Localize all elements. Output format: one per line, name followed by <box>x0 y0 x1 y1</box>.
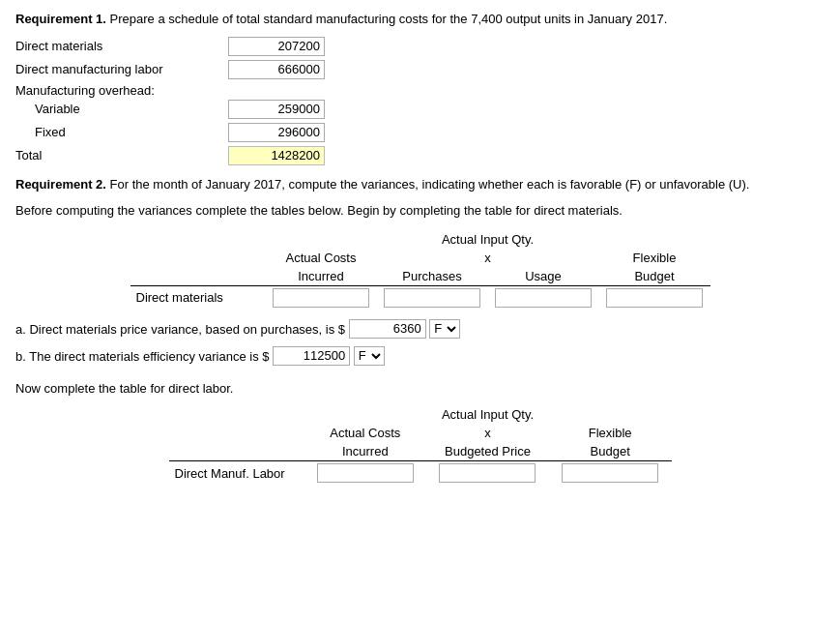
schedule-row-fixed: Fixed <box>15 123 825 142</box>
labor-table-x-row: Actual Costs x Flexible <box>169 424 672 442</box>
schedule-row-dm: Direct materials <box>15 37 825 56</box>
dm-input-4[interactable] <box>606 288 703 308</box>
schedule-table: Direct materials Direct manufacturing la… <box>15 37 825 165</box>
dm-th-title1: Actual Input Qty. <box>377 230 599 249</box>
req1-description: Prepare a schedule of total standard man… <box>110 12 668 26</box>
labor-cell-2 <box>426 461 549 486</box>
dm-th-sub1: Incurred <box>266 267 377 286</box>
dm-input-2[interactable] <box>384 288 480 308</box>
oh-label: Manufacturing overhead: <box>15 83 228 98</box>
req1-title: Requirement 1. <box>15 12 106 26</box>
dm-th-col3: Flexible <box>599 249 710 267</box>
dm-input-3[interactable] <box>495 288 592 308</box>
dm-th-empty5 <box>130 267 266 286</box>
schedule-row-oh-header: Manufacturing overhead: <box>15 83 825 98</box>
dm-variance-table: Actual Input Qty. Actual Costs x Flexibl… <box>130 230 710 310</box>
labor-table-top-row: Actual Input Qty. <box>169 405 672 424</box>
req2-description: For the month of January 2017, compute t… <box>110 177 750 192</box>
labor-th-sub3: Budget <box>549 442 672 461</box>
dm-row-label: Direct materials <box>130 285 266 310</box>
variance-b-text: b. The direct materials efficiency varia… <box>15 348 270 363</box>
dm-th-empty3 <box>599 230 710 249</box>
schedule-row-variable: Variable <box>15 100 825 119</box>
labor-th-empty1 <box>169 405 304 424</box>
total-input[interactable] <box>228 146 325 165</box>
dm-variance-section: Actual Input Qty. Actual Costs x Flexibl… <box>15 230 825 310</box>
req2-title: Requirement 2. <box>15 177 106 192</box>
dm-th-sub2: Purchases <box>377 267 488 286</box>
dml-input[interactable] <box>228 60 325 79</box>
labor-th-sub1: Incurred <box>304 442 427 461</box>
labor-th-empty5 <box>169 442 304 461</box>
labor-text: Now complete the table for direct labor. <box>15 379 825 399</box>
labor-th-empty4 <box>169 424 304 442</box>
labor-data-row: Direct Manuf. Labor <box>169 461 672 486</box>
labor-th-col2: Flexible <box>549 424 672 442</box>
dm-th-sub3: Usage <box>488 267 599 286</box>
labor-th-title2: x <box>426 424 549 442</box>
labor-input-1[interactable] <box>317 463 414 483</box>
dm-table-x-row: Actual Costs x Flexible <box>130 249 710 267</box>
dm-cell-2 <box>377 285 488 310</box>
variance-a-text: a. Direct materials price variance, base… <box>15 321 345 336</box>
dm-cell-3 <box>488 285 599 310</box>
labor-table-sub-row: Incurred Budgeted Price Budget <box>169 442 672 461</box>
labor-cell-3 <box>549 461 672 486</box>
variance-a-row: a. Direct materials price variance, base… <box>15 319 825 339</box>
dm-label: Direct materials <box>15 39 228 53</box>
variance-b-row: b. The direct materials efficiency varia… <box>15 346 825 366</box>
fixed-input[interactable] <box>228 123 325 142</box>
dm-cell-1 <box>266 285 377 310</box>
dm-table-top-row: Actual Input Qty. <box>130 230 710 249</box>
dml-label: Direct manufacturing labor <box>15 62 228 76</box>
dm-table-sub-row: Incurred Purchases Usage Budget <box>130 267 710 286</box>
labor-section: Now complete the table for direct labor.… <box>15 379 825 486</box>
labor-th-col1: Actual Costs <box>304 424 427 442</box>
variance-b-input[interactable] <box>273 346 350 366</box>
variance-a-select[interactable]: F U <box>429 319 460 339</box>
dm-data-row: Direct materials <box>130 285 710 310</box>
labor-input-2[interactable] <box>439 463 536 483</box>
labor-cell-1 <box>304 461 427 486</box>
dm-input[interactable] <box>228 37 325 56</box>
dm-th-empty1 <box>130 230 266 249</box>
total-label: Total <box>15 148 228 163</box>
dm-input-1[interactable] <box>273 288 369 308</box>
dm-th-empty2 <box>266 230 377 249</box>
labor-th-empty3 <box>549 405 672 424</box>
dm-th-col1: Actual Costs <box>266 249 377 267</box>
labor-th-empty2 <box>304 405 427 424</box>
dm-th-title2: x <box>377 249 599 267</box>
req2-before-text: Before computing the variances complete … <box>15 201 825 221</box>
schedule-row-dml: Direct manufacturing labor <box>15 60 825 79</box>
variable-input[interactable] <box>228 100 325 119</box>
dm-th-sub4: Budget <box>599 267 710 286</box>
variance-a-input[interactable] <box>349 319 426 339</box>
schedule-row-total: Total <box>15 146 825 165</box>
fixed-label: Fixed <box>15 125 228 139</box>
dm-th-empty4 <box>130 249 266 267</box>
dm-cell-4 <box>599 285 710 310</box>
labor-variance-table: Actual Input Qty. Actual Costs x Flexibl… <box>169 405 672 485</box>
labor-th-title1: Actual Input Qty. <box>426 405 549 424</box>
labor-row-label: Direct Manuf. Labor <box>169 461 304 486</box>
labor-input-3[interactable] <box>562 463 658 483</box>
variance-b-select[interactable]: F U <box>354 346 385 366</box>
variable-label: Variable <box>15 102 228 116</box>
labor-th-sub2: Budgeted Price <box>426 442 549 461</box>
